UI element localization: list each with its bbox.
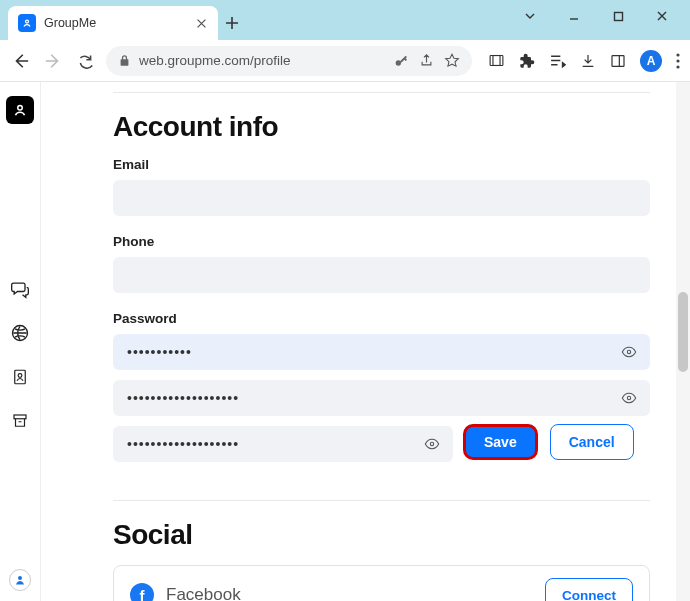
kebab-menu-icon[interactable] (676, 53, 680, 69)
addressbar-actions (393, 53, 460, 69)
svg-rect-5 (612, 55, 624, 66)
url-text: web.groupme.com/profile (139, 53, 291, 68)
groupme-logo[interactable] (6, 96, 34, 124)
password-confirm-input[interactable] (113, 426, 453, 462)
profile-avatar[interactable]: A (640, 50, 662, 72)
content-pane: Account info Email Phone Password (41, 82, 690, 601)
toolbar-extensions: A (488, 50, 680, 72)
phone-input[interactable] (113, 257, 650, 293)
phone-field-group: Phone (113, 234, 650, 293)
share-icon[interactable] (419, 53, 434, 68)
svg-point-12 (18, 374, 22, 378)
download-icon[interactable] (580, 53, 596, 69)
groupme-favicon (18, 14, 36, 32)
phone-label: Phone (113, 234, 650, 249)
new-tab-button[interactable] (218, 6, 246, 40)
contacts-icon[interactable] (9, 366, 31, 388)
app-sidebar (0, 82, 41, 601)
browser-toolbar: web.groupme.com/profile A (0, 40, 690, 82)
password-label: Password (113, 311, 650, 326)
window-maximize-icon[interactable] (604, 6, 632, 26)
svg-point-9 (18, 106, 23, 111)
svg-rect-13 (14, 415, 26, 419)
browser-tab-active[interactable]: GroupMe (8, 6, 218, 40)
archive-icon[interactable] (9, 410, 31, 432)
facebook-card: f Facebook Connect (113, 565, 650, 601)
password-confirm-row (113, 426, 650, 462)
email-input[interactable] (113, 180, 650, 216)
svg-point-7 (676, 59, 679, 62)
facebook-icon: f (130, 583, 154, 601)
svg-point-16 (627, 396, 630, 399)
svg-point-8 (676, 65, 679, 68)
discover-icon[interactable] (9, 322, 31, 344)
svg-point-0 (26, 20, 29, 23)
close-tab-icon[interactable] (194, 16, 208, 30)
svg-point-17 (430, 442, 433, 445)
password-new-row (113, 380, 650, 416)
back-button[interactable] (10, 50, 32, 72)
svg-point-6 (676, 53, 679, 56)
svg-point-15 (627, 350, 630, 353)
eye-icon[interactable] (620, 389, 638, 407)
facebook-label: Facebook (166, 585, 533, 601)
scrollbar-track[interactable] (676, 82, 690, 601)
screenshot-icon[interactable] (488, 52, 505, 69)
window-close-icon[interactable] (648, 6, 676, 26)
person-icon (9, 569, 31, 591)
window-controls (516, 0, 690, 26)
sidebar-profile[interactable] (9, 569, 31, 591)
password-current-row (113, 334, 650, 370)
email-field-group: Email (113, 157, 650, 216)
playlist-icon[interactable] (549, 52, 566, 69)
star-icon[interactable] (444, 53, 460, 69)
lock-icon (118, 54, 131, 67)
tab-title: GroupMe (44, 16, 186, 30)
email-label: Email (113, 157, 650, 172)
password-new-input[interactable] (113, 380, 650, 416)
address-bar[interactable]: web.groupme.com/profile (106, 46, 472, 76)
browser-titlebar: GroupMe (0, 0, 690, 40)
eye-icon[interactable] (620, 343, 638, 361)
password-current-input[interactable] (113, 334, 650, 370)
eye-icon[interactable] (423, 435, 441, 453)
svg-point-14 (18, 576, 22, 580)
chevron-down-icon[interactable] (516, 6, 544, 26)
scrollbar-thumb[interactable] (678, 292, 688, 372)
reload-button[interactable] (74, 50, 96, 72)
account-info-title: Account info (113, 111, 650, 143)
password-field-group: Password Save Cancel (113, 311, 650, 460)
social-title: Social (113, 519, 650, 551)
chats-icon[interactable] (9, 278, 31, 300)
connect-button[interactable]: Connect (545, 578, 633, 601)
svg-rect-4 (493, 56, 500, 66)
forward-button[interactable] (42, 50, 64, 72)
svg-rect-3 (490, 56, 503, 66)
window-minimize-icon[interactable] (560, 6, 588, 26)
svg-rect-1 (614, 12, 622, 20)
panel-icon[interactable] (610, 53, 626, 69)
key-icon[interactable] (393, 53, 409, 69)
app-main: Account info Email Phone Password (0, 82, 690, 601)
extensions-icon[interactable] (519, 53, 535, 69)
